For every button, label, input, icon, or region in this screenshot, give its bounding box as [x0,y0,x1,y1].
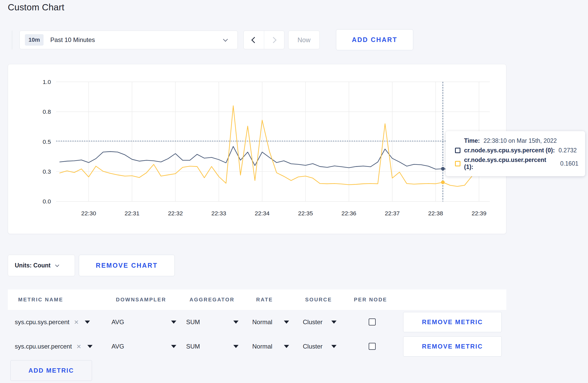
time-back-button[interactable] [244,31,264,49]
chart-tooltip: Time: 22:38:10 on Mar 15th, 2022 cr.node… [446,131,585,176]
metric-name-select[interactable]: sys.cpu.sys.percent × [15,310,90,334]
metric-row: sys.cpu.sys.percent × AVG SUM Normal Clu… [8,310,506,334]
y-tick-label: 0.3 [43,168,51,175]
source-select[interactable]: Cluster [303,310,337,334]
x-tick-label: 22:30 [81,210,96,217]
y-tick-label: 0.0 [43,198,51,205]
y-tick-label: 0.8 [43,108,51,115]
aggregator-select[interactable]: SUM [186,334,239,359]
caret-down-icon [85,321,90,324]
chevron-left-icon [251,37,258,43]
caret-down-icon [87,345,93,348]
x-tick-label: 22:31 [125,210,139,217]
series-line-user [60,106,486,186]
add-metric-button[interactable]: ADD METRIC [10,360,92,381]
chevron-right-icon [270,37,276,43]
downsampler-value: AVG [111,343,124,350]
caret-down-icon [171,321,176,324]
metric-row: sys.cpu.user.percent × AVG SUM Normal Cl… [8,334,506,359]
rate-select[interactable]: Normal [252,334,289,359]
header-downsampler: DOWNSAMPLER [116,297,166,303]
downsampler-select[interactable]: AVG [111,310,176,334]
x-tick-label: 22:33 [211,210,226,217]
remove-chart-button[interactable]: REMOVE CHART [79,255,175,276]
metrics-table-footer: ADD METRIC [8,360,506,382]
caret-down-icon [331,321,337,324]
metrics-table-header: METRIC NAME DOWNSAMPLER AGGREGATOR RATE … [8,289,506,310]
time-range-label: Past 10 Minutes [50,36,95,44]
source-value: Cluster [303,343,323,350]
aggregator-select[interactable]: SUM [186,310,239,334]
time-range-dropdown[interactable]: 10m Past 10 Minutes [19,31,238,49]
x-tick-label: 22:37 [385,210,400,217]
downsampler-value: AVG [111,318,124,326]
x-tick-label: 22:38 [428,210,443,217]
remove-metric-button[interactable]: REMOVE METRIC [403,312,502,332]
aggregator-value: SUM [186,343,200,350]
chevron-down-icon [223,37,228,41]
remove-metric-label: REMOVE METRIC [422,343,483,350]
x-tick-label: 22:39 [472,210,486,217]
rate-value: Normal [252,318,272,326]
add-metric-label: ADD METRIC [29,367,74,374]
header-rate: RATE [256,297,273,303]
time-range-badge: 10m [25,34,44,46]
caret-down-icon [233,345,239,348]
chevron-down-icon [55,263,59,267]
tooltip-series-label: cr.node.sys.cpu.sys.percent (0): [464,147,555,154]
clear-metric-icon[interactable]: × [76,343,81,350]
caret-down-icon [284,345,289,348]
downsampler-select[interactable]: AVG [111,334,176,359]
aggregator-value: SUM [186,318,200,326]
x-tick-label: 22:32 [168,210,183,217]
header-source: SOURCE [305,297,332,303]
tooltip-series-value: 0.2732 [558,147,577,154]
series-sys-swatch-icon [455,148,460,153]
y-tick-label: 1.0 [43,79,51,85]
source-select[interactable]: Cluster [303,334,337,359]
per-node-checkbox[interactable] [369,343,376,350]
clear-metric-icon[interactable]: × [74,318,79,326]
header-per-node: PER NODE [354,297,387,303]
hover-dot-user [441,181,445,184]
tooltip-time-value: 22:38:10 on Mar 15th, 2022 [484,137,557,144]
x-tick-label: 22:36 [341,210,356,217]
x-tick-label: 22:34 [255,210,270,217]
tooltip-series-label: cr.node.sys.cpu.user.percent (1): [464,157,557,171]
custom-chart-plot[interactable]: 0.00.30.50.81.022:3022:3122:3222:3322:34… [8,64,506,234]
tooltip-series-row: cr.node.sys.cpu.sys.percent (0): 0.2732 [455,147,578,154]
caret-down-icon [171,345,176,348]
rate-select[interactable]: Normal [252,310,289,334]
caret-down-icon [233,321,239,324]
metrics-table: METRIC NAME DOWNSAMPLER AGGREGATOR RATE … [8,289,506,382]
y-tick-label: 0.5 [43,138,51,145]
remove-metric-label: REMOVE METRIC [422,318,483,326]
units-dropdown[interactable]: Units: Count [8,255,75,276]
metric-name-select[interactable]: sys.cpu.user.percent × [15,334,93,359]
tooltip-series-value: 0.1601 [560,160,578,167]
now-button-label: Now [297,36,310,44]
add-chart-button[interactable]: ADD CHART [336,29,413,50]
caret-down-icon [331,345,337,348]
source-value: Cluster [303,318,323,326]
units-dropdown-label: Units: Count [15,262,51,269]
header-metric-name: METRIC NAME [18,297,63,303]
metric-name-value: sys.cpu.sys.percent [15,318,69,326]
remove-chart-label: REMOVE CHART [96,262,158,269]
tooltip-time-row: Time: 22:38:10 on Mar 15th, 2022 [464,137,578,144]
chart-card: 0.00.30.50.81.022:3022:3122:3222:3322:34… [8,64,506,234]
header-aggregator: AGGREGATOR [190,297,235,303]
x-tick-label: 22:35 [298,210,313,217]
per-node-checkbox[interactable] [369,318,376,325]
rate-value: Normal [252,343,272,350]
now-button[interactable]: Now [288,31,320,49]
metric-name-value: sys.cpu.user.percent [15,343,72,350]
toolbar-divider [12,31,12,49]
tooltip-time-label: Time: [464,137,480,144]
series-user-swatch-icon [455,161,460,166]
time-forward-button[interactable] [264,31,284,49]
series-line-sys [60,146,486,170]
remove-metric-button[interactable]: REMOVE METRIC [403,336,502,357]
tooltip-series-row: cr.node.sys.cpu.user.percent (1): 0.1601 [455,157,578,171]
hover-dot-sys [441,167,445,171]
